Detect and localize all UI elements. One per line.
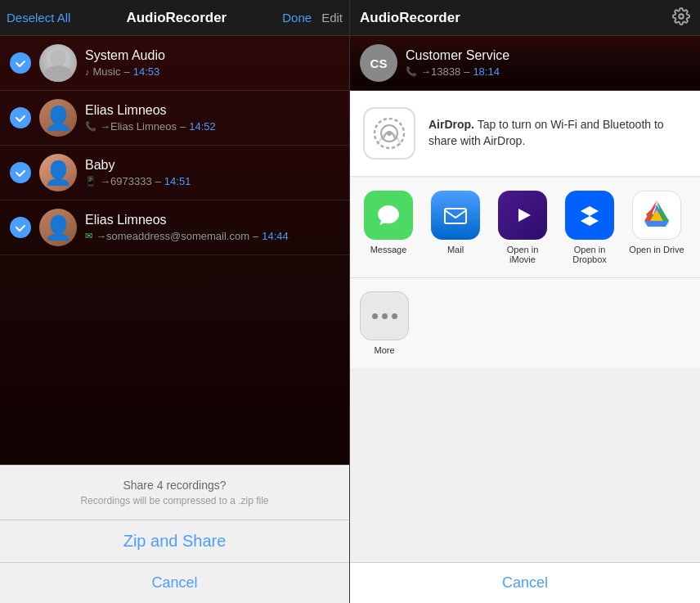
more-section: More xyxy=(350,278,700,368)
imovie-app-label: Open in iMovie xyxy=(507,245,539,264)
airdrop-section: AirDrop. Tap to turn on Wi-Fi and Blueto… xyxy=(350,91,700,177)
recording-info-system-audio: System Audio ♪ Music – 14:53 xyxy=(85,48,339,78)
recording-name-elias-1: Elias Limneos xyxy=(85,103,339,118)
recording-meta-baby: 📱 →6973333 – 14:51 xyxy=(85,175,339,187)
system-audio-avatar-svg xyxy=(39,44,77,82)
message-icon-svg xyxy=(374,200,403,230)
nav-title-left: AudioRecorder xyxy=(126,10,227,25)
share-dialog-title: Share 4 recordings? xyxy=(13,479,336,492)
zip-share-button[interactable]: Zip and Share xyxy=(0,520,349,563)
time-elias-1: 14:52 xyxy=(189,120,216,133)
message-app-label: Message xyxy=(370,245,407,254)
time-cs: 18:14 xyxy=(473,65,500,78)
dropbox-icon-svg xyxy=(575,200,604,230)
share-dialog-subtitle: Recordings will be compressed to a .zip … xyxy=(13,495,336,506)
recording-name-elias-2: Elias Limneos xyxy=(85,213,339,227)
meta-detail-baby: →6973333 xyxy=(100,175,152,187)
share-app-mail[interactable]: Mail xyxy=(427,191,484,264)
svg-marker-7 xyxy=(518,209,531,222)
checkmark-icon xyxy=(15,222,26,233)
meta-detail-elias-1: →Elias Limneos xyxy=(100,120,177,133)
phone-icon-cs: 📞 xyxy=(406,66,417,77)
dropbox-app-icon xyxy=(565,191,614,240)
recording-meta-elias-2: ✉ →someaddress@somemail.com – 14:44 xyxy=(85,230,339,242)
nav-left-half: Deselect All AudioRecorder Done Edit xyxy=(0,0,350,35)
recording-meta-elias-1: 📞 →Elias Limneos – 14:52 xyxy=(85,120,339,133)
time-elias-2: 14:44 xyxy=(262,230,289,242)
share-apps-section: Message Mail Open in xyxy=(350,178,700,278)
airdrop-icon xyxy=(371,115,407,151)
recording-item-customer-service[interactable]: CS Customer Service 📞 →13838 – 18:14 xyxy=(350,36,700,91)
more-button-container[interactable]: More xyxy=(360,291,409,355)
separator-cs: – xyxy=(464,65,469,78)
recording-list: System Audio ♪ Music – 14:53 xyxy=(0,36,349,465)
meta-detail-elias-2: →someaddress@somemail.com xyxy=(96,230,249,242)
avatar-elias-1: 👤 xyxy=(39,99,77,137)
recording-item-baby[interactable]: 👤 Baby 📱 →6973333 – 14:51 xyxy=(0,146,349,200)
avatar-elias-2: 👤 xyxy=(39,209,77,246)
settings-button[interactable] xyxy=(672,7,690,28)
time-baby: 14:51 xyxy=(164,175,191,187)
dropbox-app-label: Open in Dropbox xyxy=(572,245,607,264)
separator-elias-1: – xyxy=(180,120,186,133)
check-circle-system-audio xyxy=(10,52,31,74)
mail-app-icon xyxy=(431,191,480,240)
recording-item-elias-2[interactable]: 👤 Elias Limneos ✉ →someaddress@somemail.… xyxy=(0,200,349,255)
recording-info-elias-2: Elias Limneos ✉ →someaddress@somemail.co… xyxy=(85,213,339,242)
check-circle-baby xyxy=(10,162,31,183)
email-icon-elias-2: ✉ xyxy=(85,231,92,241)
airdrop-icon-container[interactable] xyxy=(363,107,415,160)
nav-title-right: AudioRecorder xyxy=(360,10,460,26)
svg-point-0 xyxy=(679,14,684,19)
airdrop-title: AirDrop. xyxy=(429,118,474,131)
check-circle-elias-2 xyxy=(10,217,31,238)
imovie-icon-svg xyxy=(508,200,537,230)
dot-2 xyxy=(382,313,388,319)
drive-app-label: Open in Drive xyxy=(629,245,684,254)
viber-icon-baby: 📱 xyxy=(85,176,96,187)
main-content: System Audio ♪ Music – 14:53 xyxy=(0,36,700,603)
share-app-message[interactable]: Message xyxy=(360,191,417,264)
svg-point-1 xyxy=(50,51,66,67)
share-app-drive[interactable]: Open in Drive xyxy=(628,191,685,264)
share-app-dropbox[interactable]: Open in Dropbox xyxy=(561,191,618,264)
left-panel: System Audio ♪ Music – 14:53 xyxy=(0,36,350,603)
svg-rect-6 xyxy=(445,209,466,223)
separator-baby: – xyxy=(155,175,161,187)
cancel-button-right[interactable]: Cancel xyxy=(350,562,700,603)
more-icon xyxy=(360,291,409,340)
imovie-app-icon xyxy=(498,191,547,240)
avatar-system-audio xyxy=(39,44,77,82)
share-info-section: Share 4 recordings? Recordings will be c… xyxy=(0,466,349,520)
mail-app-label: Mail xyxy=(447,245,464,254)
edit-button[interactable]: Edit xyxy=(321,11,343,25)
share-app-imovie[interactable]: Open in iMovie xyxy=(494,191,551,264)
airdrop-description: AirDrop. Tap to turn on Wi-Fi and Blueto… xyxy=(429,117,687,149)
more-label: More xyxy=(374,345,394,355)
done-button[interactable]: Done xyxy=(282,11,312,25)
svg-point-2 xyxy=(43,67,73,82)
dot-3 xyxy=(392,313,397,319)
recording-item-elias-1[interactable]: 👤 Elias Limneos 📞 →Elias Limneos – 14:52 xyxy=(0,91,349,146)
recording-name-customer-service: Customer Service xyxy=(406,48,690,63)
more-dots xyxy=(372,313,397,319)
meta-detail-system-audio: Music xyxy=(93,65,121,78)
cancel-button-left[interactable]: Cancel xyxy=(0,563,349,603)
recording-name-baby: Baby xyxy=(85,158,339,173)
check-circle-elias-1 xyxy=(10,107,31,128)
separator-elias-2: – xyxy=(253,230,258,242)
mail-icon-svg xyxy=(441,200,470,230)
nav-right-half: AudioRecorder xyxy=(350,0,700,35)
recording-meta-system-audio: ♪ Music – 14:53 xyxy=(85,65,339,78)
spacer xyxy=(350,368,700,562)
recording-meta-customer-service: 📞 →13838 – 18:14 xyxy=(406,65,690,78)
deselect-all-button[interactable]: Deselect All xyxy=(7,11,70,25)
dot-1 xyxy=(372,313,378,319)
music-icon: ♪ xyxy=(85,67,90,77)
recording-info-elias-1: Elias Limneos 📞 →Elias Limneos – 14:52 xyxy=(85,103,339,133)
recording-name-system-audio: System Audio xyxy=(85,48,339,63)
recording-info-customer-service: Customer Service 📞 →13838 – 18:14 xyxy=(406,48,690,78)
avatar-customer-service: CS xyxy=(360,44,397,82)
avatar-baby: 👤 xyxy=(39,154,77,191)
recording-item-system-audio[interactable]: System Audio ♪ Music – 14:53 xyxy=(0,36,349,91)
